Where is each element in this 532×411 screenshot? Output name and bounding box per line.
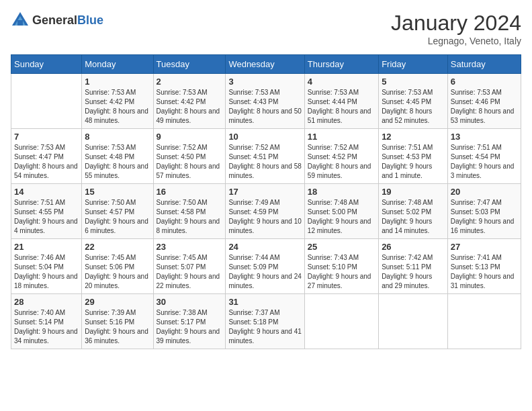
calendar-cell: 28Sunrise: 7:40 AMSunset: 5:14 PMDayligh… [11, 294, 82, 349]
logo-text: GeneralBlue [32, 13, 103, 28]
day-info: Sunrise: 7:45 AMSunset: 5:07 PMDaylight:… [157, 253, 223, 291]
day-number: 28 [14, 297, 79, 307]
calendar-cell: 8Sunrise: 7:53 AMSunset: 4:48 PMDaylight… [82, 129, 153, 184]
day-number: 22 [85, 242, 150, 252]
day-info: Sunrise: 7:53 AMSunset: 4:43 PMDaylight:… [228, 88, 301, 126]
logo-general: General [32, 13, 77, 27]
calendar-cell [304, 294, 378, 349]
calendar-cell: 30Sunrise: 7:38 AMSunset: 5:17 PMDayligh… [153, 294, 226, 349]
calendar-cell: 27Sunrise: 7:41 AMSunset: 5:13 PMDayligh… [447, 239, 521, 294]
calendar-cell: 14Sunrise: 7:51 AMSunset: 4:55 PMDayligh… [11, 184, 82, 239]
day-number: 3 [228, 77, 301, 87]
calendar-cell: 2Sunrise: 7:53 AMSunset: 4:42 PMDaylight… [153, 74, 226, 129]
calendar-cell: 16Sunrise: 7:50 AMSunset: 4:58 PMDayligh… [153, 184, 226, 239]
svg-rect-2 [17, 20, 23, 26]
day-number: 10 [228, 132, 301, 142]
day-info: Sunrise: 7:40 AMSunset: 5:14 PMDaylight:… [14, 308, 79, 346]
day-info: Sunrise: 7:52 AMSunset: 4:51 PMDaylight:… [228, 143, 301, 181]
day-info: Sunrise: 7:53 AMSunset: 4:46 PMDaylight:… [451, 88, 518, 126]
calendar-cell: 18Sunrise: 7:48 AMSunset: 5:00 PMDayligh… [304, 184, 378, 239]
calendar-cell: 17Sunrise: 7:49 AMSunset: 4:59 PMDayligh… [226, 184, 304, 239]
day-info: Sunrise: 7:38 AMSunset: 5:17 PMDaylight:… [157, 308, 223, 346]
day-info: Sunrise: 7:52 AMSunset: 4:50 PMDaylight:… [157, 143, 223, 181]
weekday-header-thursday: Thursday [304, 55, 378, 74]
day-info: Sunrise: 7:48 AMSunset: 5:02 PMDaylight:… [382, 198, 445, 236]
page-header: GeneralBlue January 2024 Legnago, Veneto… [11, 11, 521, 46]
day-info: Sunrise: 7:50 AMSunset: 4:58 PMDaylight:… [157, 198, 223, 236]
calendar-cell: 3Sunrise: 7:53 AMSunset: 4:43 PMDaylight… [226, 74, 304, 129]
week-row-3: 14Sunrise: 7:51 AMSunset: 4:55 PMDayligh… [11, 184, 521, 239]
calendar-cell: 20Sunrise: 7:47 AMSunset: 5:03 PMDayligh… [447, 184, 521, 239]
calendar-cell: 13Sunrise: 7:51 AMSunset: 4:54 PMDayligh… [447, 129, 521, 184]
calendar-cell: 19Sunrise: 7:48 AMSunset: 5:02 PMDayligh… [379, 184, 448, 239]
logo: GeneralBlue [11, 11, 103, 30]
day-info: Sunrise: 7:47 AMSunset: 5:03 PMDaylight:… [451, 198, 518, 236]
day-number: 25 [308, 242, 375, 252]
calendar-cell: 1Sunrise: 7:53 AMSunset: 4:42 PMDaylight… [82, 74, 153, 129]
day-number: 8 [85, 132, 150, 142]
day-info: Sunrise: 7:52 AMSunset: 4:52 PMDaylight:… [308, 143, 375, 181]
month-title: January 2024 [391, 11, 521, 36]
weekday-header-tuesday: Tuesday [153, 55, 226, 74]
calendar-cell: 7Sunrise: 7:53 AMSunset: 4:47 PMDaylight… [11, 129, 82, 184]
day-info: Sunrise: 7:44 AMSunset: 5:09 PMDaylight:… [228, 253, 301, 291]
day-number: 18 [308, 187, 375, 197]
day-info: Sunrise: 7:53 AMSunset: 4:45 PMDaylight:… [382, 88, 445, 126]
calendar-cell: 25Sunrise: 7:43 AMSunset: 5:10 PMDayligh… [304, 239, 378, 294]
weekday-header-monday: Monday [82, 55, 153, 74]
day-number: 5 [382, 77, 445, 87]
calendar-cell: 4Sunrise: 7:53 AMSunset: 4:44 PMDaylight… [304, 74, 378, 129]
day-info: Sunrise: 7:53 AMSunset: 4:42 PMDaylight:… [85, 88, 150, 126]
calendar-cell: 31Sunrise: 7:37 AMSunset: 5:18 PMDayligh… [226, 294, 304, 349]
day-number: 7 [14, 132, 79, 142]
day-number: 23 [157, 242, 223, 252]
calendar-cell: 15Sunrise: 7:50 AMSunset: 4:57 PMDayligh… [82, 184, 153, 239]
calendar-cell [447, 294, 521, 349]
day-info: Sunrise: 7:41 AMSunset: 5:13 PMDaylight:… [451, 253, 518, 291]
day-number: 12 [382, 132, 445, 142]
day-number: 21 [14, 242, 79, 252]
day-info: Sunrise: 7:50 AMSunset: 4:57 PMDaylight:… [85, 198, 150, 236]
day-info: Sunrise: 7:42 AMSunset: 5:11 PMDaylight:… [382, 253, 445, 291]
day-info: Sunrise: 7:48 AMSunset: 5:00 PMDaylight:… [308, 198, 375, 236]
calendar-cell: 10Sunrise: 7:52 AMSunset: 4:51 PMDayligh… [226, 129, 304, 184]
day-info: Sunrise: 7:53 AMSunset: 4:47 PMDaylight:… [14, 143, 79, 181]
day-number: 31 [228, 297, 301, 307]
day-number: 20 [451, 187, 518, 197]
week-row-4: 21Sunrise: 7:46 AMSunset: 5:04 PMDayligh… [11, 239, 521, 294]
day-info: Sunrise: 7:39 AMSunset: 5:16 PMDaylight:… [85, 308, 150, 346]
day-number: 2 [157, 77, 223, 87]
day-number: 30 [157, 297, 223, 307]
day-info: Sunrise: 7:46 AMSunset: 5:04 PMDaylight:… [14, 253, 79, 291]
calendar-cell: 11Sunrise: 7:52 AMSunset: 4:52 PMDayligh… [304, 129, 378, 184]
day-number: 13 [451, 132, 518, 142]
day-info: Sunrise: 7:51 AMSunset: 4:53 PMDaylight:… [382, 143, 445, 181]
calendar-cell: 22Sunrise: 7:45 AMSunset: 5:06 PMDayligh… [82, 239, 153, 294]
day-number: 26 [382, 242, 445, 252]
weekday-header-sunday: Sunday [11, 55, 82, 74]
logo-blue: Blue [77, 13, 103, 27]
day-info: Sunrise: 7:51 AMSunset: 4:54 PMDaylight:… [451, 143, 518, 181]
day-info: Sunrise: 7:53 AMSunset: 4:44 PMDaylight:… [308, 88, 375, 126]
day-number: 27 [451, 242, 518, 252]
day-number: 1 [85, 77, 150, 87]
day-number: 19 [382, 187, 445, 197]
calendar-cell: 9Sunrise: 7:52 AMSunset: 4:50 PMDaylight… [153, 129, 226, 184]
calendar-cell: 6Sunrise: 7:53 AMSunset: 4:46 PMDaylight… [447, 74, 521, 129]
day-number: 14 [14, 187, 79, 197]
week-row-5: 28Sunrise: 7:40 AMSunset: 5:14 PMDayligh… [11, 294, 521, 349]
day-number: 11 [308, 132, 375, 142]
calendar-cell: 26Sunrise: 7:42 AMSunset: 5:11 PMDayligh… [379, 239, 448, 294]
day-info: Sunrise: 7:49 AMSunset: 4:59 PMDaylight:… [228, 198, 301, 236]
day-number: 6 [451, 77, 518, 87]
day-info: Sunrise: 7:37 AMSunset: 5:18 PMDaylight:… [228, 308, 301, 346]
day-info: Sunrise: 7:51 AMSunset: 4:55 PMDaylight:… [14, 198, 79, 236]
calendar-cell [379, 294, 448, 349]
day-number: 17 [228, 187, 301, 197]
calendar-table: SundayMondayTuesdayWednesdayThursdayFrid… [11, 54, 521, 349]
calendar-cell: 23Sunrise: 7:45 AMSunset: 5:07 PMDayligh… [153, 239, 226, 294]
weekday-header-wednesday: Wednesday [226, 55, 304, 74]
week-row-2: 7Sunrise: 7:53 AMSunset: 4:47 PMDaylight… [11, 129, 521, 184]
weekday-header-saturday: Saturday [447, 55, 521, 74]
day-info: Sunrise: 7:45 AMSunset: 5:06 PMDaylight:… [85, 253, 150, 291]
